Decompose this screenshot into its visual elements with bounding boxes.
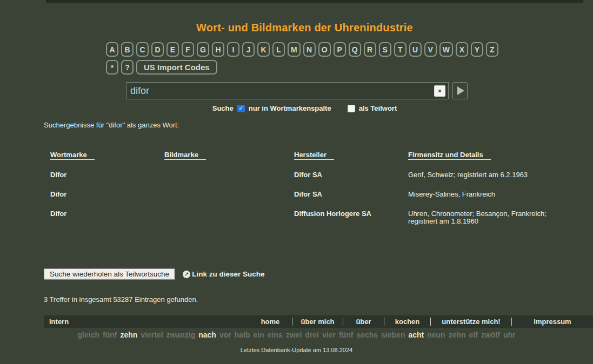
link-arrow-icon: ↗ bbox=[183, 271, 190, 278]
table-body: DiforDifor SAGenf, Schweiz; registriert … bbox=[50, 171, 555, 225]
letter-button-a[interactable]: A bbox=[106, 42, 118, 57]
nav-item-über-mich[interactable]: über mich bbox=[292, 318, 343, 326]
letter-button-e[interactable]: E bbox=[166, 42, 179, 57]
letter-button-v[interactable]: V bbox=[424, 42, 437, 57]
clock-word-ein: ein bbox=[254, 331, 264, 339]
asterisk-button[interactable]: * bbox=[106, 60, 118, 75]
clock-word-viertel: viertel bbox=[141, 331, 163, 339]
teilwort-checkbox[interactable] bbox=[348, 105, 355, 112]
clock-word-eins: eins bbox=[268, 331, 283, 339]
play-arrow-icon bbox=[457, 86, 464, 95]
clock-word-zwanzig: zwanzig bbox=[166, 331, 196, 339]
database-update-note: Letztes Datenbank-Update am 13.08.2024 bbox=[0, 347, 593, 353]
us-import-codes-button[interactable]: US Import Codes bbox=[136, 60, 217, 75]
table-cell-r1-c2: Difor SA bbox=[294, 191, 408, 198]
table-cell-r2-c1 bbox=[164, 210, 294, 225]
letter-button-k[interactable]: K bbox=[257, 42, 270, 57]
link-to-search[interactable]: ↗ Link zu dieser Suche bbox=[183, 270, 264, 278]
column-header-wortmarke[interactable]: Wortmarke bbox=[50, 151, 95, 160]
footer-navbar: intern homeüber michüberkochenunterstütz… bbox=[44, 315, 593, 328]
column-header-hersteller[interactable]: Hersteller bbox=[294, 151, 334, 160]
wortmarke-checkbox-label[interactable]: nur in Wortmarkenspalte bbox=[249, 104, 331, 112]
letter-button-i[interactable]: I bbox=[227, 42, 239, 57]
action-row: Suche wiederholen als Teilwortsuche ↗ Li… bbox=[44, 268, 264, 280]
letter-button-d[interactable]: D bbox=[151, 42, 164, 57]
letter-button-n[interactable]: N bbox=[303, 42, 316, 57]
clock-word-fünf: fünf bbox=[103, 331, 117, 339]
letter-button-u[interactable]: U bbox=[409, 42, 422, 57]
clock-word-nach: nach bbox=[198, 331, 216, 339]
results-summary: 3 Treffer in insgesamt 53287 Eintragen g… bbox=[44, 295, 198, 304]
question-button[interactable]: ? bbox=[121, 60, 134, 75]
letter-button-f[interactable]: F bbox=[182, 42, 194, 57]
table-cell-r0-c3: Genf, Schweiz; registriert am 6.2.1963 bbox=[408, 171, 555, 179]
search-options-prefix: Suche bbox=[212, 104, 234, 112]
results-table: Wortmarke Bildmarke Hersteller Firmensit… bbox=[50, 151, 555, 237]
clock-word-zwölf: zwölf bbox=[481, 331, 500, 339]
nav-right-group: homeüber michüberkochenunterstütze mich!… bbox=[249, 315, 593, 328]
letter-button-r[interactable]: R bbox=[364, 42, 376, 57]
letter-button-t[interactable]: T bbox=[394, 42, 407, 57]
nav-item-impressum[interactable]: impressum bbox=[511, 318, 593, 326]
letter-button-o[interactable]: O bbox=[318, 42, 331, 57]
letter-button-l[interactable]: L bbox=[272, 42, 285, 57]
letter-button-z[interactable]: Z bbox=[486, 42, 498, 57]
nav-item-kochen[interactable]: kochen bbox=[384, 318, 430, 326]
repeat-as-partial-search-button[interactable]: Suche wiederholen als Teilwortsuche bbox=[44, 268, 175, 280]
top-edge-strip bbox=[46, 0, 583, 3]
alphabet-row-extras: *?US Import Codes bbox=[106, 60, 498, 75]
nav-item-über[interactable]: über bbox=[343, 318, 384, 326]
letter-button-q[interactable]: Q bbox=[349, 42, 361, 57]
nav-item-intern[interactable]: intern bbox=[44, 318, 69, 326]
link-to-search-label: Link zu dieser Suche bbox=[192, 270, 264, 278]
nav-item-unterstütze-mich[interactable]: unterstütze mich! bbox=[430, 318, 511, 326]
letter-button-m[interactable]: M bbox=[288, 42, 301, 57]
teilwort-checkbox-label[interactable]: als Teilwort bbox=[359, 104, 397, 112]
clock-word-uhr: uhr bbox=[503, 331, 516, 339]
letter-button-y[interactable]: Y bbox=[471, 42, 483, 57]
clock-word-zehn: zehn bbox=[449, 331, 466, 339]
search-area: × bbox=[126, 82, 468, 99]
clock-word-vor: vor bbox=[219, 331, 231, 339]
letter-button-h[interactable]: H bbox=[212, 42, 224, 57]
letter-button-s[interactable]: S bbox=[379, 42, 391, 57]
clock-word-zwei: zwei bbox=[286, 331, 302, 339]
search-input[interactable] bbox=[126, 83, 448, 99]
wortmarke-checkbox[interactable]: ✓ bbox=[237, 105, 245, 112]
letter-button-g[interactable]: G bbox=[197, 42, 209, 57]
clock-word-neun: neun bbox=[427, 331, 445, 339]
alphabet-index: ABCDEFGHIJKLMNOPQRSTUVWXYZ *?US Import C… bbox=[106, 42, 498, 75]
table-header-row: Wortmarke Bildmarke Hersteller Firmensit… bbox=[50, 151, 555, 160]
search-options: Suche ✓ nur in Wortmarkenspalte als Teil… bbox=[16, 104, 593, 112]
results-intro: Suchergebnisse für "difor" als ganzes Wo… bbox=[44, 121, 179, 129]
word-clock: gleichfünfzehnviertelzwanzignachvorhalbe… bbox=[0, 331, 593, 339]
letter-button-x[interactable]: X bbox=[456, 42, 468, 57]
clear-search-icon[interactable]: × bbox=[434, 85, 445, 97]
table-cell-r0-c2: Difor SA bbox=[294, 171, 408, 179]
clock-word-sechs: sechs bbox=[356, 331, 378, 339]
clock-word-acht: acht bbox=[408, 331, 424, 339]
clock-word-sieben: sieben bbox=[381, 331, 405, 339]
letter-button-c[interactable]: C bbox=[136, 42, 149, 57]
alphabet-row-letters: ABCDEFGHIJKLMNOPQRSTUVWXYZ bbox=[106, 42, 498, 57]
clock-word-gleich: gleich bbox=[78, 331, 99, 339]
table-row: DiforDifor SAGenf, Schweiz; registriert … bbox=[50, 171, 555, 179]
search-box: × bbox=[126, 82, 449, 99]
letter-button-p[interactable]: P bbox=[334, 42, 346, 57]
clock-word-drei: drei bbox=[305, 331, 319, 339]
table-cell-r2-c2: Diffusion Horlogere SA bbox=[294, 210, 408, 225]
table-row: DiforDifor SAMiserey-Salines, Frankreich bbox=[50, 191, 555, 198]
letter-button-w[interactable]: W bbox=[439, 42, 453, 57]
table-cell-r1-c0: Difor bbox=[50, 191, 164, 198]
table-cell-r2-c3: Uhren, Chronometer; Besançon, Frankreich… bbox=[408, 210, 555, 225]
clock-word-fünf: fünf bbox=[339, 331, 353, 339]
letter-button-j[interactable]: J bbox=[242, 42, 255, 57]
letter-button-b[interactable]: B bbox=[121, 42, 134, 57]
column-header-bildmarke[interactable]: Bildmarke bbox=[164, 151, 206, 160]
table-cell-r0-c0: Difor bbox=[50, 171, 164, 179]
nav-item-home[interactable]: home bbox=[249, 318, 292, 326]
column-header-firmensitz[interactable]: Firmensitz und Details bbox=[408, 151, 491, 160]
table-row: DiforDiffusion Horlogere SAUhren, Chrono… bbox=[50, 210, 555, 225]
table-cell-r1-c3: Miserey-Salines, Frankreich bbox=[408, 191, 555, 198]
search-submit-button[interactable] bbox=[452, 82, 468, 99]
